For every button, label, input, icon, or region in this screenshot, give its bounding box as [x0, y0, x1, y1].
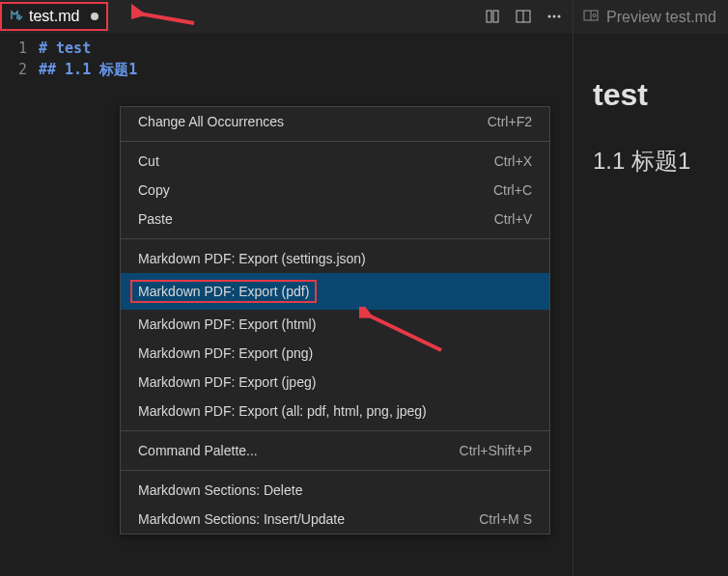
preview-icon	[583, 8, 599, 27]
code-editor[interactable]: 1# test2## 1.1 标题1	[0, 34, 573, 84]
menu-item-shortcut: Ctrl+F2	[488, 114, 532, 129]
menu-item[interactable]: Command Palette...Ctrl+Shift+P	[121, 436, 549, 465]
line-number: 2	[0, 61, 39, 78]
menu-item-shortcut: Ctrl+M S	[479, 511, 532, 527]
menu-item-label: Command Palette...	[138, 443, 258, 458]
preview-tab-bar: Preview test.md	[574, 0, 728, 34]
menu-item[interactable]: Change All OccurrencesCtrl+F2	[121, 107, 549, 136]
menu-item[interactable]: Markdown PDF: Export (all: pdf, html, pn…	[121, 397, 549, 425]
menu-item-shortcut: Ctrl+Shift+P	[460, 443, 532, 458]
editor-tab-bar: test.md	[0, 0, 573, 34]
split-editor-icon[interactable]	[515, 8, 532, 25]
menu-item-label: Paste	[138, 211, 173, 227]
menu-item-label: Markdown PDF: Export (jpeg)	[138, 374, 316, 390]
menu-item[interactable]: PasteCtrl+V	[121, 205, 549, 233]
menu-item-shortcut: Ctrl+X	[494, 153, 532, 169]
menu-item[interactable]: Markdown PDF: Export (jpeg)	[121, 368, 549, 397]
editor-pane: test.md 1# test2## 1.1 标题1 Change All Oc…	[0, 0, 574, 576]
menu-item[interactable]: Markdown PDF: Export (html)	[121, 310, 549, 339]
menu-item-shortcut: Ctrl+V	[494, 211, 532, 227]
menu-item[interactable]: Markdown PDF: Export (pdf)	[121, 273, 549, 310]
tab-filename: test.md	[29, 8, 79, 25]
menu-item[interactable]: Markdown Sections: Delete	[121, 476, 549, 505]
menu-item[interactable]: Markdown Sections: Insert/UpdateCtrl+M S	[121, 505, 549, 534]
menu-item-label: Markdown PDF: Export (pdf)	[130, 280, 317, 303]
svg-point-6	[558, 15, 561, 18]
menu-item-label: Change All Occurrences	[138, 114, 284, 129]
annotation-arrow-tab	[131, 2, 199, 31]
diff-icon[interactable]	[484, 8, 501, 25]
menu-separator	[121, 141, 549, 142]
menu-item[interactable]: Markdown PDF: Export (png)	[121, 339, 549, 368]
code-content: # test	[39, 40, 91, 57]
menu-separator	[121, 470, 549, 471]
menu-separator	[121, 430, 549, 431]
menu-item[interactable]: CutCtrl+X	[121, 147, 549, 176]
preview-heading-1: test	[593, 77, 709, 113]
menu-item-shortcut: Ctrl+C	[493, 182, 532, 198]
dirty-indicator-icon	[91, 13, 98, 20]
preview-tab-label: Preview test.md	[606, 9, 716, 26]
menu-item-label: Markdown PDF: Export (html)	[138, 316, 316, 332]
annotation-arrow-menu	[359, 307, 446, 355]
svg-point-5	[553, 15, 556, 18]
preview-pane: Preview test.md test 1.1 标题1	[574, 0, 728, 576]
preview-content: test 1.1 标题1	[574, 34, 728, 196]
menu-item-label: Markdown PDF: Export (all: pdf, html, pn…	[138, 403, 427, 419]
markdown-file-icon	[10, 9, 23, 25]
menu-item-label: Markdown PDF: Export (png)	[138, 345, 313, 361]
menu-separator	[121, 238, 549, 239]
code-content: ## 1.1 标题1	[39, 61, 137, 79]
context-menu: Change All OccurrencesCtrl+F2CutCtrl+XCo…	[120, 106, 550, 535]
menu-item-label: Markdown Sections: Delete	[138, 482, 302, 498]
svg-line-10	[367, 315, 441, 350]
preview-heading-2: 1.1 标题1	[593, 146, 709, 177]
svg-rect-0	[487, 11, 491, 22]
more-actions-icon[interactable]	[546, 8, 563, 25]
svg-line-8	[139, 14, 194, 23]
menu-item-label: Markdown Sections: Insert/Update	[138, 511, 345, 527]
line-number: 1	[0, 40, 39, 57]
menu-item[interactable]: CopyCtrl+C	[121, 176, 549, 205]
menu-item-label: Cut	[138, 153, 159, 169]
menu-item[interactable]: Markdown PDF: Export (settings.json)	[121, 244, 549, 273]
svg-point-4	[548, 15, 551, 18]
menu-item-label: Markdown PDF: Export (settings.json)	[138, 251, 366, 266]
file-tab[interactable]: test.md	[0, 2, 108, 31]
code-line[interactable]: 1# test	[0, 38, 573, 59]
code-line[interactable]: 2## 1.1 标题1	[0, 59, 573, 80]
menu-item-label: Copy	[138, 182, 170, 198]
svg-rect-1	[493, 11, 498, 22]
svg-point-13	[593, 14, 596, 16]
